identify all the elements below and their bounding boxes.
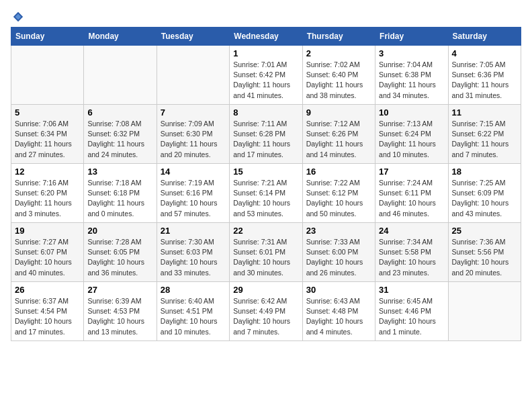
calendar-cell: 31Sunrise: 6:45 AM Sunset: 4:46 PM Dayli… <box>375 282 448 341</box>
calendar-table: SundayMondayTuesdayWednesdayThursdayFrid… <box>11 27 521 341</box>
day-number: 26 <box>15 285 80 295</box>
calendar-header-monday: Monday <box>84 28 157 46</box>
day-info: Sunrise: 7:16 AM Sunset: 6:20 PM Dayligh… <box>15 178 80 219</box>
calendar-header-sunday: Sunday <box>11 28 84 46</box>
calendar-cell: 3Sunrise: 7:04 AM Sunset: 6:38 PM Daylig… <box>375 46 448 105</box>
day-info: Sunrise: 7:36 AM Sunset: 5:56 PM Dayligh… <box>452 237 517 278</box>
calendar-cell: 4Sunrise: 7:05 AM Sunset: 6:36 PM Daylig… <box>448 46 521 105</box>
day-info: Sunrise: 7:30 AM Sunset: 6:03 PM Dayligh… <box>161 237 226 278</box>
day-number: 5 <box>15 107 80 118</box>
day-info: Sunrise: 7:06 AM Sunset: 6:34 PM Dayligh… <box>15 119 80 160</box>
calendar-week-row: 19Sunrise: 7:27 AM Sunset: 6:07 PM Dayli… <box>11 223 521 282</box>
calendar-cell: 14Sunrise: 7:19 AM Sunset: 6:16 PM Dayli… <box>157 164 229 223</box>
calendar-cell: 15Sunrise: 7:21 AM Sunset: 6:14 PM Dayli… <box>230 164 302 223</box>
day-number: 9 <box>306 107 371 118</box>
calendar-cell <box>84 46 157 105</box>
day-number: 22 <box>233 226 298 236</box>
calendar-cell: 22Sunrise: 7:31 AM Sunset: 6:01 PM Dayli… <box>230 223 302 282</box>
day-info: Sunrise: 7:28 AM Sunset: 6:05 PM Dayligh… <box>87 237 152 278</box>
calendar-cell: 7Sunrise: 7:09 AM Sunset: 6:30 PM Daylig… <box>157 105 229 164</box>
day-number: 6 <box>87 107 152 118</box>
calendar-cell: 27Sunrise: 6:39 AM Sunset: 4:53 PM Dayli… <box>84 282 157 341</box>
day-info: Sunrise: 7:09 AM Sunset: 6:30 PM Dayligh… <box>161 119 226 160</box>
day-info: Sunrise: 7:02 AM Sunset: 6:40 PM Dayligh… <box>306 60 371 101</box>
calendar-cell: 21Sunrise: 7:30 AM Sunset: 6:03 PM Dayli… <box>157 223 229 282</box>
day-info: Sunrise: 6:45 AM Sunset: 4:46 PM Dayligh… <box>379 296 444 337</box>
day-info: Sunrise: 7:31 AM Sunset: 6:01 PM Dayligh… <box>233 237 298 278</box>
calendar-cell: 29Sunrise: 6:42 AM Sunset: 4:49 PM Dayli… <box>230 282 302 341</box>
day-number: 8 <box>233 107 298 118</box>
logo-icon <box>12 11 24 23</box>
day-number: 2 <box>306 48 371 58</box>
logo <box>11 11 24 21</box>
day-info: Sunrise: 7:12 AM Sunset: 6:26 PM Dayligh… <box>306 119 371 160</box>
day-info: Sunrise: 7:21 AM Sunset: 6:14 PM Dayligh… <box>233 178 298 219</box>
calendar-cell: 13Sunrise: 7:18 AM Sunset: 6:18 PM Dayli… <box>84 164 157 223</box>
day-info: Sunrise: 6:43 AM Sunset: 4:48 PM Dayligh… <box>306 296 371 337</box>
day-number: 28 <box>161 285 226 295</box>
day-info: Sunrise: 6:42 AM Sunset: 4:49 PM Dayligh… <box>233 296 298 337</box>
calendar-cell: 10Sunrise: 7:13 AM Sunset: 6:24 PM Dayli… <box>375 105 448 164</box>
day-number: 18 <box>452 167 517 177</box>
calendar-cell <box>157 46 229 105</box>
day-info: Sunrise: 7:27 AM Sunset: 6:07 PM Dayligh… <box>15 237 80 278</box>
calendar-cell: 16Sunrise: 7:22 AM Sunset: 6:12 PM Dayli… <box>302 164 375 223</box>
day-info: Sunrise: 7:18 AM Sunset: 6:18 PM Dayligh… <box>87 178 152 219</box>
day-info: Sunrise: 7:19 AM Sunset: 6:16 PM Dayligh… <box>161 178 226 219</box>
calendar-header-friday: Friday <box>375 28 448 46</box>
day-info: Sunrise: 7:08 AM Sunset: 6:32 PM Dayligh… <box>87 119 152 160</box>
day-info: Sunrise: 7:24 AM Sunset: 6:11 PM Dayligh… <box>379 178 444 219</box>
day-number: 24 <box>379 226 444 236</box>
calendar-cell: 8Sunrise: 7:11 AM Sunset: 6:28 PM Daylig… <box>230 105 302 164</box>
calendar-cell: 18Sunrise: 7:25 AM Sunset: 6:09 PM Dayli… <box>448 164 521 223</box>
calendar-week-row: 5Sunrise: 7:06 AM Sunset: 6:34 PM Daylig… <box>11 105 521 164</box>
calendar-cell: 9Sunrise: 7:12 AM Sunset: 6:26 PM Daylig… <box>302 105 375 164</box>
day-number: 10 <box>379 107 444 118</box>
day-number: 7 <box>161 107 226 118</box>
day-info: Sunrise: 7:25 AM Sunset: 6:09 PM Dayligh… <box>452 178 517 219</box>
day-number: 11 <box>452 107 517 118</box>
day-number: 4 <box>452 48 517 58</box>
calendar-cell: 11Sunrise: 7:15 AM Sunset: 6:22 PM Dayli… <box>448 105 521 164</box>
day-info: Sunrise: 6:40 AM Sunset: 4:51 PM Dayligh… <box>161 296 226 337</box>
day-number: 17 <box>379 167 444 177</box>
day-info: Sunrise: 7:15 AM Sunset: 6:22 PM Dayligh… <box>452 119 517 160</box>
calendar-cell: 24Sunrise: 7:34 AM Sunset: 5:58 PM Dayli… <box>375 223 448 282</box>
calendar-cell: 1Sunrise: 7:01 AM Sunset: 6:42 PM Daylig… <box>230 46 302 105</box>
calendar-header-wednesday: Wednesday <box>230 28 302 46</box>
calendar-header-saturday: Saturday <box>448 28 521 46</box>
day-info: Sunrise: 7:05 AM Sunset: 6:36 PM Dayligh… <box>452 60 517 101</box>
calendar-cell: 23Sunrise: 7:33 AM Sunset: 6:00 PM Dayli… <box>302 223 375 282</box>
calendar-cell: 25Sunrise: 7:36 AM Sunset: 5:56 PM Dayli… <box>448 223 521 282</box>
calendar-week-row: 1Sunrise: 7:01 AM Sunset: 6:42 PM Daylig… <box>11 46 521 105</box>
day-number: 23 <box>306 226 371 236</box>
calendar-cell: 17Sunrise: 7:24 AM Sunset: 6:11 PM Dayli… <box>375 164 448 223</box>
day-info: Sunrise: 7:11 AM Sunset: 6:28 PM Dayligh… <box>233 119 298 160</box>
day-number: 12 <box>15 167 80 177</box>
day-info: Sunrise: 6:37 AM Sunset: 4:54 PM Dayligh… <box>15 296 80 337</box>
day-number: 1 <box>233 48 298 58</box>
page-header <box>11 11 521 21</box>
day-info: Sunrise: 7:34 AM Sunset: 5:58 PM Dayligh… <box>379 237 444 278</box>
day-info: Sunrise: 7:33 AM Sunset: 6:00 PM Dayligh… <box>306 237 371 278</box>
calendar-cell: 12Sunrise: 7:16 AM Sunset: 6:20 PM Dayli… <box>11 164 84 223</box>
day-number: 31 <box>379 285 444 295</box>
calendar-week-row: 12Sunrise: 7:16 AM Sunset: 6:20 PM Dayli… <box>11 164 521 223</box>
calendar-cell: 5Sunrise: 7:06 AM Sunset: 6:34 PM Daylig… <box>11 105 84 164</box>
calendar-cell: 30Sunrise: 6:43 AM Sunset: 4:48 PM Dayli… <box>302 282 375 341</box>
day-number: 27 <box>87 285 152 295</box>
day-number: 21 <box>161 226 226 236</box>
calendar-cell <box>448 282 521 341</box>
calendar-cell: 20Sunrise: 7:28 AM Sunset: 6:05 PM Dayli… <box>84 223 157 282</box>
day-number: 16 <box>306 167 371 177</box>
calendar-cell: 19Sunrise: 7:27 AM Sunset: 6:07 PM Dayli… <box>11 223 84 282</box>
calendar-week-row: 26Sunrise: 6:37 AM Sunset: 4:54 PM Dayli… <box>11 282 521 341</box>
calendar-cell: 2Sunrise: 7:02 AM Sunset: 6:40 PM Daylig… <box>302 46 375 105</box>
calendar-header-tuesday: Tuesday <box>157 28 229 46</box>
calendar-header-row: SundayMondayTuesdayWednesdayThursdayFrid… <box>11 28 521 46</box>
day-info: Sunrise: 7:13 AM Sunset: 6:24 PM Dayligh… <box>379 119 444 160</box>
day-number: 29 <box>233 285 298 295</box>
day-number: 13 <box>87 167 152 177</box>
calendar-cell <box>11 46 84 105</box>
calendar-cell: 28Sunrise: 6:40 AM Sunset: 4:51 PM Dayli… <box>157 282 229 341</box>
